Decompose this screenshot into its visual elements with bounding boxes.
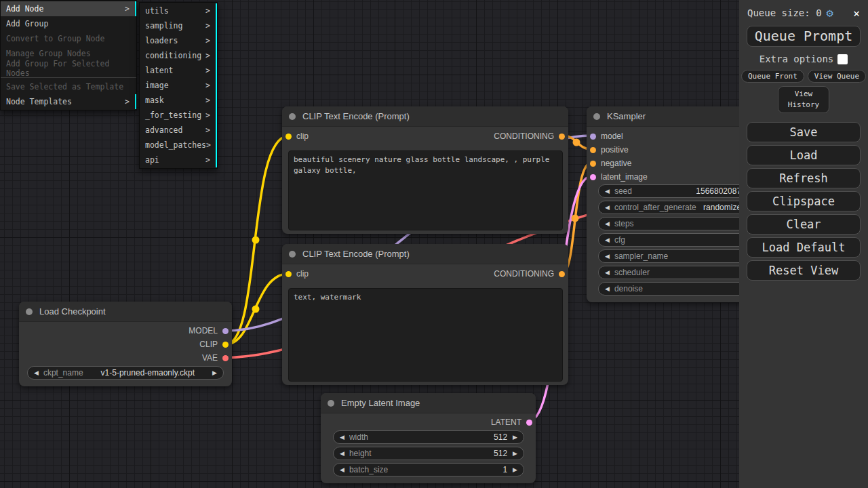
increment-arrow-icon[interactable]: ▶ [212, 369, 217, 376]
load-default-button[interactable]: Load Default [747, 237, 861, 258]
decrement-arrow-icon[interactable]: ◀ [605, 188, 610, 195]
node-clip-text-encode-positive[interactable]: CLIP Text Encode (Prompt) clip CONDITION… [282, 106, 568, 234]
widget-batch-size[interactable]: ◀ batch_size 1 ▶ [333, 463, 524, 476]
submenu-item-model-patches[interactable]: model_patches> [140, 138, 217, 152]
menu-item-label: Manage Group Nodes [6, 49, 91, 58]
node-title-bar[interactable]: CLIP Text Encode (Prompt) [282, 106, 568, 127]
submenu-item-utils[interactable]: utils> [140, 3, 217, 18]
decrement-arrow-icon[interactable]: ◀ [34, 369, 39, 376]
submenu-item-image[interactable]: image> [140, 78, 217, 93]
collapse-dot[interactable] [593, 113, 600, 120]
submenu-item-api[interactable]: api> [140, 152, 217, 167]
decrement-arrow-icon[interactable]: ◀ [605, 269, 610, 276]
menu-item-label: mask [145, 96, 164, 105]
output-dot-model[interactable] [222, 328, 229, 334]
submenu-arrow-icon: > [205, 66, 210, 75]
collapse-dot[interactable] [289, 251, 296, 258]
submenu-item-latent[interactable]: latent> [140, 63, 217, 78]
menu-item-node-templates[interactable]: Node Templates> [1, 94, 136, 109]
submenu-item-mask[interactable]: mask> [140, 93, 217, 108]
view-history-button[interactable]: View History [778, 86, 829, 113]
save-button[interactable]: Save [747, 122, 861, 142]
decrement-arrow-icon[interactable]: ◀ [340, 450, 344, 457]
widget-seed[interactable]: ◀ seed 1566802087 ▶ [598, 184, 758, 198]
prompt-textarea[interactable]: text, watermark [288, 288, 563, 382]
menu-item-save-selected-as-template[interactable]: Save Selected as Template [1, 79, 136, 94]
increment-arrow-icon[interactable]: ▶ [513, 450, 517, 457]
widget-steps[interactable]: ◀ steps ▶ [598, 217, 758, 230]
submenu-item-conditioning[interactable]: conditioning> [140, 48, 217, 63]
input-dot-model[interactable] [590, 134, 596, 140]
node-title-bar[interactable]: Empty Latent Image [321, 393, 536, 413]
queue-prompt-button[interactable]: Queue Prompt [747, 26, 861, 47]
prompt-textarea[interactable]: beautiful scenery nature glass bottle la… [288, 150, 563, 230]
view-queue-button[interactable]: View Queue [808, 70, 866, 83]
input-dot-clip[interactable] [285, 271, 292, 277]
decrement-arrow-icon[interactable]: ◀ [340, 466, 344, 473]
menu-item-convert-to-group-node[interactable]: Convert to Group Node [1, 31, 136, 46]
decrement-arrow-icon[interactable]: ◀ [605, 220, 610, 227]
input-label-clip: clip [296, 131, 309, 141]
widget-control-after-generate[interactable]: ◀ control_after_generate randomize ▶ [598, 201, 758, 214]
settings-gear-icon[interactable]: ⚙ [827, 7, 833, 19]
widget-cfg[interactable]: ◀ cfg ▶ [598, 233, 758, 247]
output-label-clip: CLIP [199, 340, 218, 349]
node-load-checkpoint[interactable]: Load Checkpoint MODEL CLIP VAE ◀ ckpt_na… [19, 302, 232, 386]
output-dot-clip[interactable] [222, 342, 229, 348]
submenu-item-advanced[interactable]: advanced> [140, 123, 217, 138]
decrement-arrow-icon[interactable]: ◀ [340, 434, 344, 441]
queue-front-button[interactable]: Queue Front [741, 70, 804, 83]
menu-item-add-group[interactable]: Add Group [1, 16, 136, 31]
menu-item-label: model_patches [145, 140, 206, 150]
widget-ckpt-name[interactable]: ◀ ckpt_name v1-5-pruned-emaonly.ckpt ▶ [27, 366, 224, 380]
menu-item-add-node[interactable]: Add Node> [1, 1, 136, 16]
menu-item-add-group-for-selected-nodes[interactable]: Add Group For Selected Nodes [1, 61, 136, 76]
decrement-arrow-icon[interactable]: ◀ [605, 204, 610, 211]
input-dot-negative[interactable] [590, 161, 596, 167]
node-empty-latent-image[interactable]: Empty Latent Image LATENT ◀ width 512 ▶ … [321, 393, 536, 483]
input-dot-positive[interactable] [590, 147, 596, 153]
menu-item-label: Add Node [6, 4, 43, 14]
widget-name: steps [614, 219, 634, 228]
widget-value: randomize [702, 203, 741, 212]
collapse-dot[interactable] [328, 400, 334, 407]
widget-sampler-name[interactable]: ◀ sampler_name ▶ [598, 249, 758, 263]
widget-denoise[interactable]: ◀ denoise ▶ [598, 282, 758, 296]
output-dot-conditioning[interactable] [559, 271, 565, 277]
widget-height[interactable]: ◀ height 512 ▶ [333, 447, 524, 460]
close-icon[interactable]: ✕ [853, 7, 860, 20]
output-label-vae: VAE [202, 353, 218, 363]
node-clip-text-encode-negative[interactable]: CLIP Text Encode (Prompt) clip CONDITION… [282, 244, 568, 385]
collapse-dot[interactable] [289, 113, 296, 120]
widget-name: cfg [614, 235, 625, 245]
submenu-item-loaders[interactable]: loaders> [140, 33, 217, 48]
output-label-model: MODEL [189, 326, 218, 336]
widget-value: 512 [377, 449, 507, 458]
increment-arrow-icon[interactable]: ▶ [513, 466, 517, 473]
submenu-item-sampling[interactable]: sampling> [140, 18, 217, 33]
output-dot-conditioning[interactable] [559, 134, 565, 140]
reset-view-button[interactable]: Reset View [747, 260, 861, 281]
refresh-button[interactable]: Refresh [747, 168, 861, 188]
clipspace-button[interactable]: Clipspace [747, 191, 861, 211]
collapse-dot[interactable] [26, 308, 33, 315]
output-dot-vae[interactable] [222, 355, 229, 361]
input-dot-clip[interactable] [285, 134, 292, 140]
decrement-arrow-icon[interactable]: ◀ [605, 285, 610, 292]
node-title-bar[interactable]: Load Checkpoint [19, 302, 232, 322]
node-title-bar[interactable]: CLIP Text Encode (Prompt) [282, 244, 568, 264]
clear-button[interactable]: Clear [747, 214, 861, 235]
widget-name: scheduler [614, 268, 650, 277]
increment-arrow-icon[interactable]: ▶ [513, 434, 517, 441]
submenu-item-for-testing[interactable]: _for_testing> [140, 108, 217, 123]
load-button[interactable]: Load [747, 145, 861, 165]
widget-scheduler[interactable]: ◀ scheduler ▶ [598, 266, 758, 279]
extra-options-checkbox[interactable] [837, 54, 848, 64]
output-label-conditioning: CONDITIONING [494, 131, 554, 141]
input-dot-latent-image[interactable] [590, 174, 596, 180]
decrement-arrow-icon[interactable]: ◀ [605, 253, 610, 260]
widget-width[interactable]: ◀ width 512 ▶ [333, 430, 524, 444]
widget-name: height [349, 449, 372, 458]
output-dot-latent[interactable] [526, 420, 532, 426]
decrement-arrow-icon[interactable]: ◀ [605, 237, 610, 243]
